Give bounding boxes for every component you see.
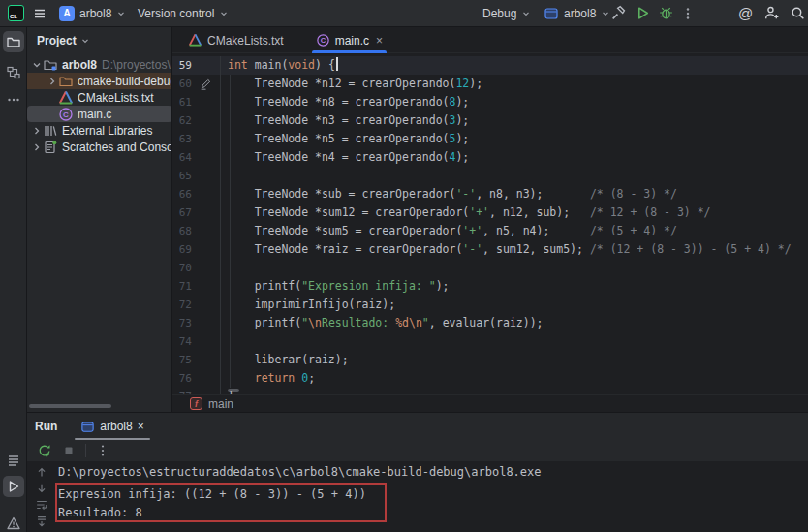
code-line-60[interactable]: 60 TreeNode *n12 = crearOperando(12); <box>172 75 808 93</box>
list-lines-icon <box>6 453 21 468</box>
build-hammer-icon <box>610 5 627 21</box>
line-number: 62 <box>172 111 192 130</box>
code-line-73[interactable]: 73 printf("\nResultado: %d\n", evaluar(r… <box>172 314 808 332</box>
warning-triangle-icon <box>6 516 21 531</box>
list-tool-button[interactable] <box>3 450 24 471</box>
line-number: 75 <box>172 351 192 369</box>
code-line-77[interactable]: 77} <box>172 388 808 394</box>
console-exe-path: D:\proyectos\estructuraddedatos\c\arbol8… <box>58 463 542 482</box>
code-line-69[interactable]: 69 TreeNode *raiz = crearOperador('-', s… <box>172 240 808 259</box>
tab-main-c[interactable]: C main.c × <box>306 27 392 53</box>
search-everywhere-button[interactable] <box>790 0 806 26</box>
run-button[interactable] <box>635 0 651 26</box>
clion-logo-icon: CL <box>8 5 24 21</box>
tree-item-label: Scratches and Consoles <box>62 141 172 154</box>
arrow-down-icon[interactable] <box>35 482 48 495</box>
chevron-right-icon[interactable] <box>31 141 43 153</box>
chevron-down-icon[interactable] <box>31 59 43 71</box>
line-number: 66 <box>172 185 192 203</box>
tree-item-cmakelists-txt[interactable]: CMakeLists.txt <box>27 89 172 106</box>
code-with-me-button[interactable] <box>763 0 780 26</box>
code-line-72[interactable]: 72 imprimirInfijo(raiz); <box>172 296 808 314</box>
code-line-65[interactable]: 65 <box>172 167 808 185</box>
project-hscrollbar[interactable] <box>29 404 111 408</box>
run-console[interactable]: D:\proyectos\estructuraddedatos\c\arbol8… <box>27 461 808 532</box>
code-line-76[interactable]: 76 return 0; <box>172 369 808 388</box>
tree-item-label: cmake-build-debug <box>78 75 172 88</box>
debug-button[interactable] <box>658 0 674 26</box>
code-line-71[interactable]: 71 printf("Expresion infija: "); <box>172 277 808 296</box>
arrow-up-icon[interactable] <box>35 465 48 479</box>
structure-tool-button[interactable] <box>3 62 24 83</box>
run-config-label: arbol8 <box>564 7 596 20</box>
problems-tool-button[interactable] <box>3 513 24 532</box>
scratches-icon <box>43 140 58 155</box>
run-play-icon <box>635 5 651 21</box>
code-line-63[interactable]: 63 TreeNode *n5 = crearOperando(5); <box>172 130 808 148</box>
chevron-down-icon <box>219 9 229 18</box>
tree-item-main-c[interactable]: Cmain.c <box>27 106 172 122</box>
code-line-67[interactable]: 67 TreeNode *sum12 = crearOperador('+', … <box>172 203 808 222</box>
console-output-line: Resultado: 8 <box>58 504 142 522</box>
code-line-59[interactable]: 59int main(void) { <box>172 56 808 75</box>
chevron-down-icon <box>116 9 126 18</box>
build-type-selector[interactable]: Debug <box>482 0 531 26</box>
project-widget[interactable]: A arbol8 <box>59 0 126 26</box>
hamburger-icon <box>32 6 47 21</box>
tree-item-external-libraries[interactable]: External Libraries <box>27 122 172 139</box>
code-line-68[interactable]: 68 TreeNode *sum5 = crearOperador('+', n… <box>172 222 808 240</box>
console-output-line: Expresion infija: ((12 + (8 - 3)) - (5 +… <box>58 485 366 504</box>
stop-button[interactable] <box>62 444 76 457</box>
code-line-62[interactable]: 62 TreeNode *n3 = crearOperando(3); <box>172 111 808 130</box>
debug-bug-icon <box>658 5 674 21</box>
chevron-right-icon[interactable] <box>31 125 43 137</box>
ai-assistant-button[interactable]: @ <box>738 0 753 26</box>
clion-logo[interactable]: CL <box>8 0 24 26</box>
line-number: 74 <box>172 332 192 351</box>
tree-item-cmake-build-debug[interactable]: cmake-build-debug <box>27 73 172 89</box>
project-folder-icon <box>43 57 58 73</box>
line-number: 72 <box>172 296 192 314</box>
code-line-66[interactable]: 66 TreeNode *sub = crearOperador('-', n8… <box>172 185 808 203</box>
line-number: 61 <box>172 93 192 111</box>
code-line-70[interactable]: 70 <box>172 259 808 277</box>
tab-label: CMakeLists.txt <box>207 34 284 47</box>
project-badge-icon: A <box>59 6 75 21</box>
project-tree: arbol8D:\proyectos\estrcmake-build-debug… <box>27 56 172 155</box>
tree-item-arbol8[interactable]: arbol8D:\proyectos\estr <box>27 56 172 73</box>
tab-cmakelists[interactable]: CMakeLists.txt <box>178 27 294 53</box>
build-button[interactable] <box>610 0 627 26</box>
tab-close-icon[interactable]: × <box>138 420 144 433</box>
editor-area: CMakeLists.txt C main.c × 59int main(voi… <box>172 27 808 412</box>
chevron-right-icon[interactable] <box>47 76 58 87</box>
project-widget-label: arbol8 <box>79 7 111 20</box>
more-tool-windows-button[interactable] <box>3 89 24 110</box>
project-panel-header[interactable]: Project <box>27 27 171 53</box>
run-tab-arbol8[interactable]: arbol8 × <box>73 413 151 440</box>
code-editor[interactable]: 59int main(void) {60 TreeNode *n12 = cre… <box>172 53 808 394</box>
code-line-61[interactable]: 61 TreeNode *n8 = crearOperando(8); <box>172 93 808 111</box>
tree-item-scratches-and-consoles[interactable]: Scratches and Consoles <box>27 139 172 155</box>
project-tool-button[interactable] <box>3 31 24 52</box>
code-line-75[interactable]: 75 liberar(raiz); <box>172 351 808 369</box>
rerun-button[interactable] <box>37 443 52 458</box>
soft-wrap-icon[interactable] <box>35 498 48 512</box>
console-options-button[interactable] <box>96 443 109 458</box>
run-config-selector[interactable]: arbol8 <box>544 0 610 26</box>
edit-pencil-icon[interactable] <box>200 78 212 90</box>
function-icon: f <box>190 397 202 410</box>
run-panel-title: Run <box>35 420 57 433</box>
line-number: 77 <box>172 388 192 394</box>
code-line-64[interactable]: 64 TreeNode *n4 = crearOperando(4); <box>172 148 808 167</box>
tab-close-icon[interactable]: × <box>376 34 383 47</box>
run-tool-button[interactable] <box>3 476 24 497</box>
code-line-74[interactable]: 74 <box>172 332 808 351</box>
chevron-down-icon <box>601 9 610 18</box>
breadcrumb-item[interactable]: main <box>208 397 233 411</box>
more-actions-button[interactable] <box>681 0 695 26</box>
vcs-widget[interactable]: Version control <box>138 0 229 26</box>
scroll-to-end-icon[interactable] <box>35 515 48 528</box>
main-menu-button[interactable] <box>32 0 47 26</box>
vcs-widget-label: Version control <box>138 7 214 20</box>
tree-item-path: D:\proyectos\estr <box>102 58 172 72</box>
